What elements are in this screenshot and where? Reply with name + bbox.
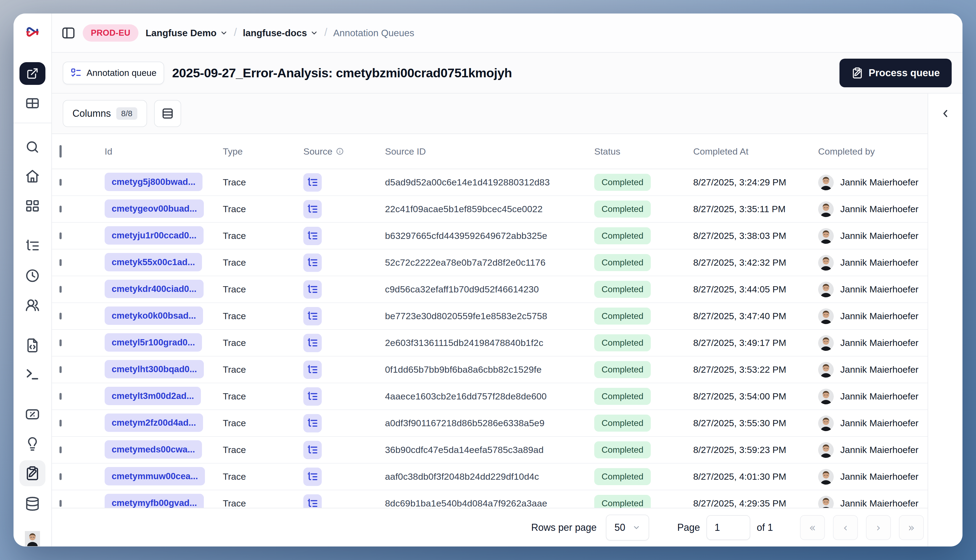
source-trace-button[interactable] [304, 280, 322, 298]
item-id-badge[interactable]: cmetymyfb00gvad... [105, 494, 204, 508]
source-trace-button[interactable] [304, 334, 322, 352]
breadcrumb-page[interactable]: Annotation Queues [334, 28, 414, 38]
row-checkbox[interactable] [60, 366, 62, 373]
source-trace-button[interactable] [304, 307, 322, 325]
row-checkbox[interactable] [60, 313, 62, 320]
item-id-badge[interactable]: cmetyju1r00ccad0... [105, 226, 204, 245]
col-header-completed-by[interactable]: Completed by [818, 146, 928, 157]
source-trace-button[interactable] [304, 441, 322, 459]
first-page-button[interactable]: « [800, 515, 825, 540]
table-row[interactable]: cmetyg5j800bwad... Trace d5ad9d52a00c6e1… [52, 169, 928, 196]
row-checkbox[interactable] [60, 473, 62, 480]
table-toolbar: Columns 8/8 [52, 93, 928, 134]
table-row[interactable]: cmetymeds00cwa... Trace 36b90cdfc47e5da1… [52, 437, 928, 463]
row-checkbox[interactable] [60, 206, 62, 212]
table-row[interactable]: cmetylht300bqad0... Trace 0f1dd65b7bb9bf… [52, 357, 928, 383]
item-id-badge[interactable]: cmetygeov00buad... [105, 200, 204, 218]
item-id-badge[interactable]: cmetymeds00cwa... [105, 440, 202, 458]
annotation-queue-chip[interactable]: Annotation queue [63, 62, 164, 84]
pagination: « ‹ › » [800, 515, 924, 540]
completed-by-avatar [818, 442, 834, 458]
item-id-badge[interactable]: cmetyko0k00bsad... [105, 307, 203, 325]
source-trace-button[interactable] [304, 494, 322, 508]
breadcrumb-org[interactable]: Langfuse Demo [145, 28, 228, 38]
sidebar-item-sessions[interactable] [25, 268, 40, 283]
next-page-button[interactable]: › [866, 515, 891, 540]
sidebar-item-tables[interactable] [25, 96, 40, 111]
source-trace-button[interactable] [304, 360, 322, 379]
sidebar-item-insights[interactable] [25, 437, 40, 452]
open-external-button[interactable] [20, 62, 45, 85]
source-trace-button[interactable] [304, 200, 322, 218]
row-checkbox[interactable] [60, 420, 62, 427]
panel-left-icon [61, 26, 76, 40]
row-checkbox[interactable] [60, 259, 62, 266]
breadcrumb-project[interactable]: langfuse-docs [243, 28, 318, 38]
previous-page-button[interactable]: ‹ [833, 515, 858, 540]
sidebar-item-annotation-queues[interactable] [20, 460, 45, 486]
item-id-badge[interactable]: cmetylht300bqad0... [105, 360, 204, 378]
rows-per-page-select[interactable]: 50 [606, 515, 649, 540]
source-trace-button[interactable] [304, 173, 322, 192]
item-id-badge[interactable]: cmetymmuw00cea... [105, 467, 205, 485]
col-header-source[interactable]: Source [304, 146, 385, 157]
source-trace-button[interactable] [304, 468, 322, 486]
item-id-badge[interactable]: cmetym2fz00d4ad... [105, 413, 203, 432]
item-id-badge[interactable]: cmetykdr400ciad0... [105, 280, 204, 298]
table-row[interactable]: cmetyko0k00bsad... Trace be7723e30d80205… [52, 303, 928, 330]
item-id-badge[interactable]: cmetyl5r100grad0... [105, 333, 202, 352]
sidebar-item-users[interactable] [25, 298, 40, 313]
table-row[interactable]: cmetymyfb00gvad... Trace 8dc69b1ba1e540b… [52, 490, 928, 508]
row-checkbox[interactable] [60, 179, 62, 186]
sidebar-item-home[interactable] [25, 168, 40, 184]
file-code-icon [25, 338, 40, 353]
table-row[interactable]: cmetyl5r100grad0... Trace 2e603f31361115… [52, 330, 928, 357]
sidebar-item-search[interactable] [25, 140, 40, 155]
row-height-button[interactable] [154, 100, 181, 127]
item-id-badge[interactable]: cmetyg5j800bwad... [105, 173, 202, 191]
sidebar-toggle-button[interactable] [61, 26, 76, 40]
sidebar-item-datasets[interactable] [25, 496, 40, 512]
sidebar-item-playground[interactable] [25, 367, 40, 382]
completed-by-avatar [818, 496, 834, 508]
row-checkbox[interactable] [60, 393, 62, 400]
table-row[interactable]: cmetygeov00buad... Trace 22c41f09acae5b1… [52, 196, 928, 223]
page-header: Annotation queue 2025-09-27_Error-Analys… [52, 53, 963, 93]
table-row[interactable]: cmetym2fz00d4ad... Trace a0df3f901167218… [52, 410, 928, 437]
item-id-badge[interactable]: cmetylt3m00d2ad... [105, 387, 201, 405]
table-row[interactable]: cmetymmuw00cea... Trace aaf0c38db0f3f204… [52, 463, 928, 490]
table-row[interactable]: cmetyju1r00ccad0... Trace b63297665cfd44… [52, 223, 928, 250]
col-header-source-id[interactable]: Source ID [385, 146, 594, 157]
last-page-button[interactable]: » [899, 515, 924, 540]
table-row[interactable]: cmetyk55x00c1ad... Trace 52c72c2222ea78e… [52, 250, 928, 276]
col-header-completed-at[interactable]: Completed At [693, 146, 818, 157]
col-header-status[interactable]: Status [594, 146, 693, 157]
process-queue-button[interactable]: Process queue [839, 58, 952, 87]
source-trace-button[interactable] [304, 387, 322, 406]
col-header-type[interactable]: Type [223, 146, 304, 157]
trace-tree-icon [307, 284, 318, 295]
source-trace-button[interactable] [304, 253, 322, 272]
row-checkbox[interactable] [60, 286, 62, 293]
item-type: Trace [223, 338, 304, 348]
sidebar-item-tracing[interactable] [25, 238, 40, 253]
source-trace-button[interactable] [304, 414, 322, 432]
collapse-panel-button[interactable] [939, 108, 951, 120]
source-trace-button[interactable] [304, 227, 322, 245]
user-avatar[interactable] [19, 525, 46, 547]
row-checkbox[interactable] [60, 232, 62, 239]
select-all-checkbox[interactable] [60, 145, 62, 158]
table-row[interactable]: cmetylt3m00d2ad... Trace 4aaece1603cb2e1… [52, 383, 928, 410]
col-header-id[interactable]: Id [105, 146, 223, 157]
item-id-badge[interactable]: cmetyk55x00c1ad... [105, 253, 202, 272]
page-number-input[interactable] [706, 515, 750, 540]
row-checkbox[interactable] [60, 500, 62, 507]
sidebar-item-prompts[interactable] [25, 338, 40, 353]
columns-button[interactable]: Columns 8/8 [63, 100, 147, 127]
status-badge: Completed [594, 415, 651, 432]
sidebar-item-evaluation[interactable] [25, 407, 40, 422]
row-checkbox[interactable] [60, 340, 62, 346]
row-checkbox[interactable] [60, 447, 62, 453]
table-row[interactable]: cmetykdr400ciad0... Trace c9d56ca32efaff… [52, 276, 928, 303]
sidebar-item-dashboards[interactable] [25, 199, 40, 214]
